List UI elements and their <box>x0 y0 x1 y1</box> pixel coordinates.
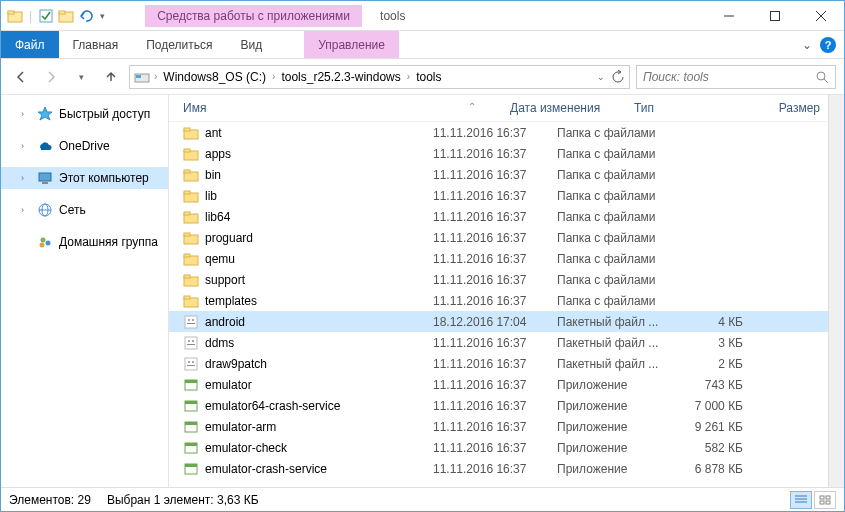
folder-icon <box>183 293 199 309</box>
refresh-icon[interactable] <box>611 70 625 84</box>
file-date: 11.11.2016 16:37 <box>433 231 557 245</box>
breadcrumb-dropdown-icon[interactable]: ⌄ <box>597 72 605 82</box>
svg-point-11 <box>817 72 825 80</box>
chevron-right-icon[interactable]: › <box>21 141 31 151</box>
file-size: 582 КБ <box>673 441 743 455</box>
status-selection: Выбран 1 элемент: 3,63 КБ <box>107 493 259 507</box>
file-row[interactable]: support11.11.2016 16:37Папка с файлами <box>169 269 828 290</box>
file-type: Пакетный файл ... <box>557 336 673 350</box>
chevron-right-icon[interactable]: › <box>21 205 31 215</box>
file-row[interactable]: ddms11.11.2016 16:37Пакетный файл ...3 К… <box>169 332 828 353</box>
crumb-folder2[interactable]: tools <box>414 70 443 84</box>
file-row[interactable]: emulator-check11.11.2016 16:37Приложение… <box>169 437 828 458</box>
up-button[interactable] <box>99 65 123 89</box>
file-date: 11.11.2016 16:37 <box>433 273 557 287</box>
file-name: bin <box>205 168 221 182</box>
file-name: android <box>205 315 245 329</box>
file-date: 11.11.2016 16:37 <box>433 399 557 413</box>
tab-file[interactable]: Файл <box>1 31 59 58</box>
exe-icon <box>183 461 199 477</box>
col-date[interactable]: Дата изменения <box>510 101 634 115</box>
nav-onedrive[interactable]: ›OneDrive <box>1 135 168 157</box>
file-date: 11.11.2016 16:37 <box>433 147 557 161</box>
nav-quick-access[interactable]: ›Быстрый доступ <box>1 103 168 125</box>
tab-view[interactable]: Вид <box>226 31 276 58</box>
help-icon[interactable]: ? <box>820 37 836 53</box>
folder-icon <box>183 188 199 204</box>
svg-point-45 <box>192 340 194 342</box>
new-folder-icon[interactable] <box>58 8 74 24</box>
qat-dropdown-icon[interactable]: ▾ <box>100 11 105 21</box>
minimize-button[interactable] <box>706 1 752 31</box>
search-field[interactable] <box>643 70 811 84</box>
file-row[interactable]: emulator-crash-service11.11.2016 16:37Пр… <box>169 458 828 479</box>
file-row[interactable]: proguard11.11.2016 16:37Папка с файлами <box>169 227 828 248</box>
file-name: lib64 <box>205 210 230 224</box>
file-type: Папка с файлами <box>557 252 673 266</box>
file-row[interactable]: apps11.11.2016 16:37Папка с файлами <box>169 143 828 164</box>
exe-icon <box>183 377 199 393</box>
status-count: Элементов: 29 <box>9 493 91 507</box>
file-row[interactable]: bin11.11.2016 16:37Папка с файлами <box>169 164 828 185</box>
vertical-scrollbar[interactable] <box>828 95 844 487</box>
nav-network[interactable]: ›Сеть <box>1 199 168 221</box>
file-row[interactable]: emulator64-crash-service11.11.2016 16:37… <box>169 395 828 416</box>
col-size[interactable]: Размер <box>750 101 820 115</box>
crumb-drive[interactable]: Windows8_OS (C:) <box>161 70 268 84</box>
undo-icon[interactable] <box>78 8 94 24</box>
chevron-right-icon[interactable]: › <box>407 71 410 82</box>
breadcrumb[interactable]: › Windows8_OS (C:) › tools_r25.2.3-windo… <box>129 65 630 89</box>
file-row[interactable]: qemu11.11.2016 16:37Папка с файлами <box>169 248 828 269</box>
address-bar: ▾ › Windows8_OS (C:) › tools_r25.2.3-win… <box>1 59 844 95</box>
file-size: 7 000 КБ <box>673 399 743 413</box>
recent-dropdown[interactable]: ▾ <box>69 65 93 89</box>
chevron-right-icon[interactable]: › <box>154 71 157 82</box>
file-type: Папка с файлами <box>557 231 673 245</box>
crumb-folder1[interactable]: tools_r25.2.3-windows <box>279 70 402 84</box>
file-size: 3 КБ <box>673 336 743 350</box>
file-row[interactable]: draw9patch11.11.2016 16:37Пакетный файл … <box>169 353 828 374</box>
forward-button[interactable] <box>39 65 63 89</box>
svg-rect-64 <box>820 496 824 499</box>
file-row[interactable]: lib11.11.2016 16:37Папка с файлами <box>169 185 828 206</box>
file-row[interactable]: lib6411.11.2016 16:37Папка с файлами <box>169 206 828 227</box>
chevron-right-icon[interactable]: › <box>272 71 275 82</box>
chevron-right-icon[interactable]: › <box>21 109 31 119</box>
network-icon <box>37 202 53 218</box>
view-details-button[interactable] <box>790 491 812 509</box>
svg-rect-4 <box>59 11 65 14</box>
close-button[interactable] <box>798 1 844 31</box>
file-type: Папка с файлами <box>557 126 673 140</box>
file-date: 11.11.2016 16:37 <box>433 357 557 371</box>
file-date: 11.11.2016 16:37 <box>433 378 557 392</box>
nav-homegroup[interactable]: Домашняя группа <box>1 231 168 253</box>
file-date: 11.11.2016 16:37 <box>433 189 557 203</box>
file-row[interactable]: emulator-arm11.11.2016 16:37Приложение9 … <box>169 416 828 437</box>
folder-icon <box>183 272 199 288</box>
file-row[interactable]: emulator11.11.2016 16:37Приложение743 КБ <box>169 374 828 395</box>
search-icon[interactable] <box>815 70 829 84</box>
view-large-button[interactable] <box>814 491 836 509</box>
tab-manage[interactable]: Управление <box>304 31 399 58</box>
nav-this-pc[interactable]: ›Этот компьютер <box>1 167 168 189</box>
folder-icon <box>183 251 199 267</box>
svg-rect-34 <box>184 254 190 257</box>
search-input[interactable] <box>636 65 836 89</box>
file-row[interactable]: android18.12.2016 17:04Пакетный файл ...… <box>169 311 828 332</box>
svg-rect-50 <box>187 365 195 366</box>
file-row[interactable]: templates11.11.2016 16:37Папка с файлами <box>169 290 828 311</box>
svg-rect-28 <box>184 191 190 194</box>
tab-share[interactable]: Поделиться <box>132 31 226 58</box>
chevron-right-icon[interactable]: › <box>21 173 31 183</box>
svg-rect-60 <box>185 464 197 467</box>
properties-icon[interactable] <box>38 8 54 24</box>
col-type[interactable]: Тип <box>634 101 750 115</box>
tab-home[interactable]: Главная <box>59 31 133 58</box>
file-row[interactable]: ant11.11.2016 16:37Папка с файлами <box>169 122 828 143</box>
ribbon-expand-icon[interactable]: ⌄ <box>802 38 812 52</box>
back-button[interactable] <box>9 65 33 89</box>
maximize-button[interactable] <box>752 1 798 31</box>
file-name: lib <box>205 189 217 203</box>
col-name[interactable]: Имя <box>183 101 433 115</box>
svg-rect-54 <box>185 401 197 404</box>
